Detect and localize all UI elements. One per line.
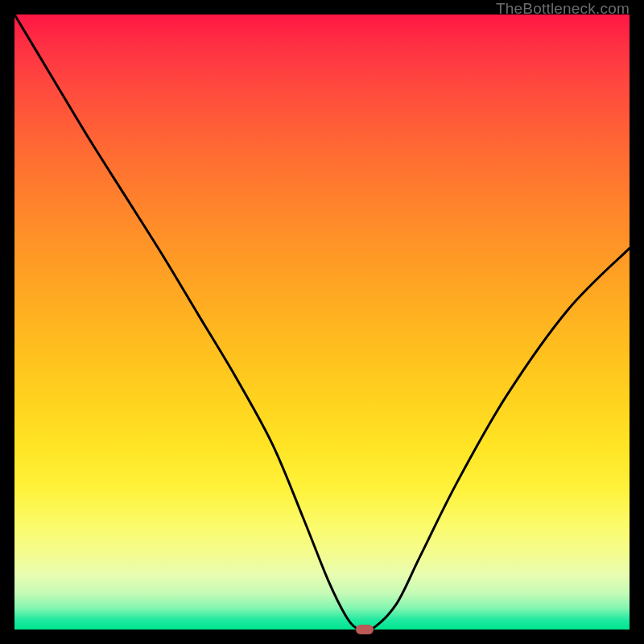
- curve-svg: [14, 14, 630, 630]
- bottleneck-curve: [14, 14, 630, 632]
- optimal-point-marker: [356, 625, 374, 634]
- gradient-plot-area: [14, 14, 630, 630]
- chart-stage: TheBottleneck.com: [0, 0, 644, 644]
